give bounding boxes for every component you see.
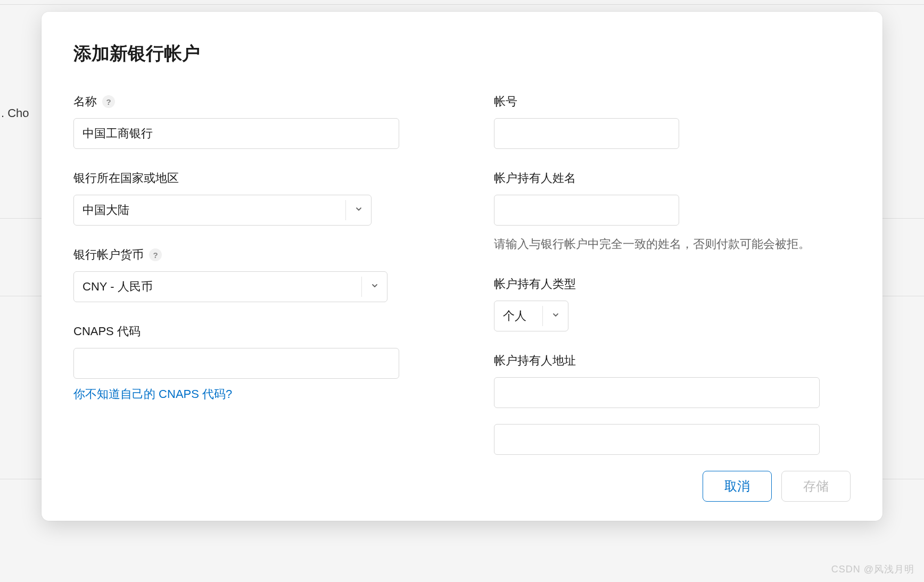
name-group: 名称 ?	[73, 94, 430, 149]
holder-type-select[interactable]: 个人	[494, 301, 568, 331]
holder-address-label-row: 帐户持有人地址	[494, 353, 851, 369]
save-button[interactable]: 存储	[781, 471, 851, 502]
form-right-column: 帐号 帐户持有人姓名 请输入与银行帐户中完全一致的姓名，否则付款可能会被拒。 帐…	[494, 94, 851, 455]
holder-name-label: 帐户持有人姓名	[494, 170, 576, 186]
country-select-wrap: 中国大陆	[73, 195, 372, 226]
account-number-input[interactable]	[494, 118, 679, 149]
form-columns: 名称 ? 银行所在国家或地区 中国大陆	[73, 94, 851, 455]
currency-group: 银行帐户货币 ? CNY - 人民币	[73, 247, 430, 302]
modal-title: 添加新银行帐户	[73, 41, 851, 66]
name-label-row: 名称 ?	[73, 94, 430, 110]
help-icon[interactable]: ?	[149, 248, 162, 261]
modal-overlay: 添加新银行帐户 名称 ? 银行所在国家或地区	[0, 0, 924, 582]
account-number-label-row: 帐号	[494, 94, 851, 110]
holder-type-label-row: 帐户持有人类型	[494, 276, 851, 292]
account-number-group: 帐号	[494, 94, 851, 149]
account-number-label: 帐号	[494, 94, 517, 110]
holder-address-line1-input[interactable]	[494, 377, 820, 408]
country-group: 银行所在国家或地区 中国大陆	[73, 170, 430, 226]
currency-select-wrap: CNY - 人民币	[73, 271, 387, 302]
cnaps-group: CNAPS 代码 你不知道自己的 CNAPS 代码?	[73, 323, 430, 402]
currency-label-row: 银行帐户货币 ?	[73, 247, 430, 263]
currency-select-value: CNY - 人民币	[82, 279, 153, 295]
holder-address-label: 帐户持有人地址	[494, 353, 576, 369]
name-label: 名称	[73, 94, 97, 110]
holder-name-group: 帐户持有人姓名	[494, 170, 851, 226]
country-select-value: 中国大陆	[82, 202, 129, 218]
name-input[interactable]	[73, 118, 399, 149]
country-select[interactable]: 中国大陆	[73, 195, 372, 226]
holder-type-label: 帐户持有人类型	[494, 276, 576, 292]
country-label: 银行所在国家或地区	[73, 170, 179, 186]
holder-type-group: 帐户持有人类型 个人	[494, 276, 851, 331]
holder-type-select-wrap: 个人	[494, 301, 568, 331]
help-icon[interactable]: ?	[102, 95, 115, 108]
currency-label: 银行帐户货币	[73, 247, 144, 263]
modal-footer: 取消 存储	[73, 471, 851, 502]
cancel-button[interactable]: 取消	[703, 471, 772, 502]
cnaps-help-link[interactable]: 你不知道自己的 CNAPS 代码?	[73, 386, 232, 402]
holder-type-select-value: 个人	[503, 308, 526, 324]
holder-name-label-row: 帐户持有人姓名	[494, 170, 851, 186]
watermark: CSDN @风浅月明	[831, 563, 914, 576]
holder-name-hint: 请输入与银行帐户中完全一致的姓名，否则付款可能会被拒。	[494, 234, 851, 255]
holder-address-line2-input[interactable]	[494, 424, 820, 455]
holder-name-input[interactable]	[494, 195, 679, 226]
form-left-column: 名称 ? 银行所在国家或地区 中国大陆	[73, 94, 430, 455]
cnaps-input[interactable]	[73, 348, 399, 379]
cnaps-label: CNAPS 代码	[73, 323, 141, 339]
currency-select[interactable]: CNY - 人民币	[73, 271, 387, 302]
holder-address-group: 帐户持有人地址	[494, 353, 851, 455]
country-label-row: 银行所在国家或地区	[73, 170, 430, 186]
cnaps-label-row: CNAPS 代码	[73, 323, 430, 339]
add-bank-account-modal: 添加新银行帐户 名称 ? 银行所在国家或地区	[42, 12, 882, 521]
